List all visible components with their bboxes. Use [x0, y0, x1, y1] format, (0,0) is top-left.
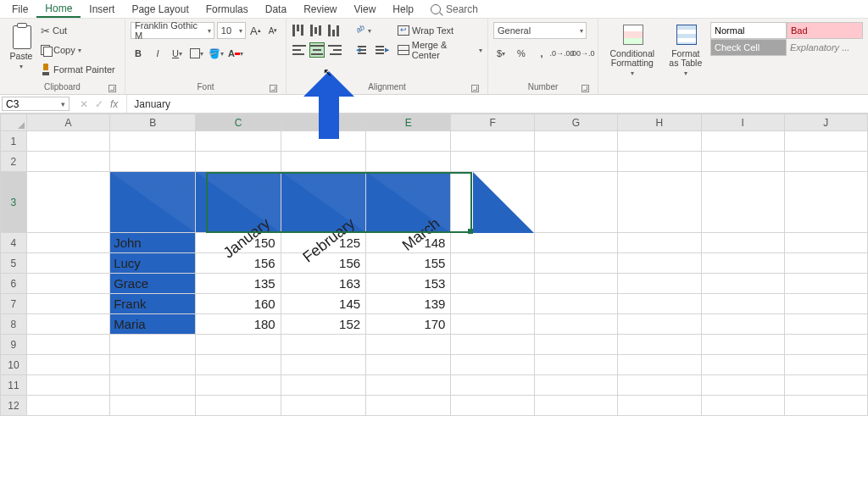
paste-button[interactable]: Paste ▾: [5, 22, 37, 80]
format-as-table-button[interactable]: Format as Table▾: [665, 22, 707, 80]
align-bottom-button[interactable]: [327, 23, 342, 38]
cell-B4[interactable]: John: [110, 233, 196, 253]
merge-center-button[interactable]: Merge & Center▾: [398, 42, 482, 58]
col-header-I[interactable]: I: [701, 114, 784, 131]
percent-format-button[interactable]: %: [514, 46, 529, 61]
bold-button[interactable]: B: [131, 46, 146, 61]
cell-E7[interactable]: 139: [366, 294, 451, 314]
cell-C8[interactable]: 180: [196, 314, 281, 335]
dialog-launcher-icon[interactable]: [471, 85, 479, 92]
row-header-3[interactable]: 3: [1, 172, 27, 233]
number-format-combo[interactable]: General: [493, 22, 587, 39]
decrease-decimal-button[interactable]: .00→.0: [575, 46, 590, 61]
row-header-9[interactable]: 9: [1, 335, 27, 355]
row-header-4[interactable]: 4: [1, 233, 27, 253]
cell-E3[interactable]: March: [366, 172, 451, 233]
worksheet-grid[interactable]: A B C D E F G H I J 1 2 3 January Februa…: [0, 114, 868, 488]
cancel-icon[interactable]: ✕: [80, 98, 88, 110]
cut-button[interactable]: ✂Cut: [41, 22, 115, 39]
cell-B5[interactable]: Lucy: [110, 253, 196, 274]
cell-E6[interactable]: 153: [366, 274, 451, 294]
col-header-D[interactable]: D: [281, 114, 365, 131]
col-header-C[interactable]: C: [196, 114, 281, 131]
col-header-H[interactable]: H: [618, 114, 701, 131]
tab-review[interactable]: Review: [295, 2, 345, 17]
shrink-font-button[interactable]: A▾: [265, 23, 281, 38]
row-header-1[interactable]: 1: [1, 131, 27, 152]
cell-E5[interactable]: 155: [366, 253, 451, 274]
orientation-button[interactable]: ▾: [356, 23, 371, 38]
style-bad[interactable]: Bad: [787, 22, 863, 39]
style-check-cell[interactable]: Check Cell: [710, 39, 787, 56]
align-middle-button[interactable]: [309, 23, 325, 38]
cell-D6[interactable]: 163: [281, 274, 365, 294]
font-size-combo[interactable]: 10: [217, 22, 246, 39]
tab-view[interactable]: View: [346, 2, 385, 17]
col-header-F[interactable]: F: [451, 114, 534, 131]
col-header-B[interactable]: B: [110, 114, 196, 131]
cell-E8[interactable]: 170: [366, 314, 451, 335]
conditional-formatting-button[interactable]: Conditional Formatting▾: [604, 22, 661, 80]
tab-home[interactable]: Home: [36, 1, 81, 18]
cell-B7[interactable]: Frank: [110, 294, 196, 314]
tab-file[interactable]: File: [3, 2, 36, 17]
cell-C6[interactable]: 135: [196, 274, 281, 294]
row-header-8[interactable]: 8: [1, 314, 27, 335]
cell-B6[interactable]: Grace: [110, 274, 196, 294]
tab-page-layout[interactable]: Page Layout: [123, 2, 197, 17]
tab-data[interactable]: Data: [257, 2, 295, 17]
copy-button[interactable]: Copy▾: [41, 42, 115, 58]
increase-indent-button[interactable]: [374, 42, 389, 58]
tab-formulas[interactable]: Formulas: [198, 2, 257, 17]
align-center-button[interactable]: [309, 42, 325, 58]
wrap-text-button[interactable]: Wrap Text: [398, 22, 482, 39]
italic-button[interactable]: I: [150, 46, 165, 61]
cell-D7[interactable]: 145: [281, 294, 365, 314]
row-header-11[interactable]: 11: [1, 375, 27, 396]
row-header-10[interactable]: 10: [1, 355, 27, 375]
font-name-combo[interactable]: Franklin Gothic M: [131, 22, 214, 39]
cell-B8[interactable]: Maria: [110, 314, 196, 335]
cell-C3[interactable]: January: [196, 172, 281, 233]
row-header-2[interactable]: 2: [1, 152, 27, 172]
underline-button[interactable]: U▾: [170, 46, 185, 61]
cell-D3[interactable]: February: [281, 172, 365, 233]
align-top-button[interactable]: [292, 23, 307, 38]
align-center-icon: [310, 45, 324, 55]
row-header-7[interactable]: 7: [1, 294, 27, 314]
fill-color-button[interactable]: 🪣▾: [209, 46, 224, 61]
dialog-launcher-icon[interactable]: [108, 85, 116, 92]
col-header-J[interactable]: J: [784, 114, 867, 131]
cell-D8[interactable]: 152: [281, 314, 365, 335]
increase-decimal-button[interactable]: .0→.00: [554, 46, 570, 61]
row-header-12[interactable]: 12: [1, 396, 27, 416]
align-right-button[interactable]: [327, 42, 342, 58]
cell-B3[interactable]: [110, 172, 196, 233]
accounting-format-button[interactable]: $▾: [493, 46, 509, 61]
font-color-button[interactable]: A▾: [228, 46, 243, 61]
borders-button[interactable]: ▾: [189, 46, 204, 61]
style-normal[interactable]: Normal: [710, 22, 787, 39]
tab-help[interactable]: Help: [384, 2, 422, 17]
formula-input[interactable]: January: [127, 95, 868, 113]
tab-insert[interactable]: Insert: [81, 2, 123, 17]
enter-icon[interactable]: ✓: [95, 98, 103, 110]
dialog-launcher-icon[interactable]: [270, 85, 277, 92]
select-all-corner[interactable]: [1, 114, 27, 131]
search-box[interactable]: Search: [431, 3, 478, 15]
format-painter-button[interactable]: Format Painter: [41, 61, 115, 78]
align-left-button[interactable]: [292, 42, 307, 58]
col-header-A[interactable]: A: [26, 114, 109, 131]
col-header-E[interactable]: E: [366, 114, 451, 131]
name-box[interactable]: C3: [2, 97, 70, 111]
comma-format-button[interactable]: ,: [534, 46, 549, 61]
decrease-indent-button[interactable]: [356, 42, 371, 58]
row-header-5[interactable]: 5: [1, 253, 27, 274]
grow-font-button[interactable]: A▴: [248, 23, 264, 38]
cell-C7[interactable]: 160: [196, 294, 281, 314]
style-explanatory[interactable]: Explanatory ...: [787, 39, 863, 56]
col-header-G[interactable]: G: [534, 114, 617, 131]
fx-icon[interactable]: fx: [110, 98, 118, 110]
row-header-6[interactable]: 6: [1, 274, 27, 294]
dialog-launcher-icon[interactable]: [581, 85, 589, 92]
